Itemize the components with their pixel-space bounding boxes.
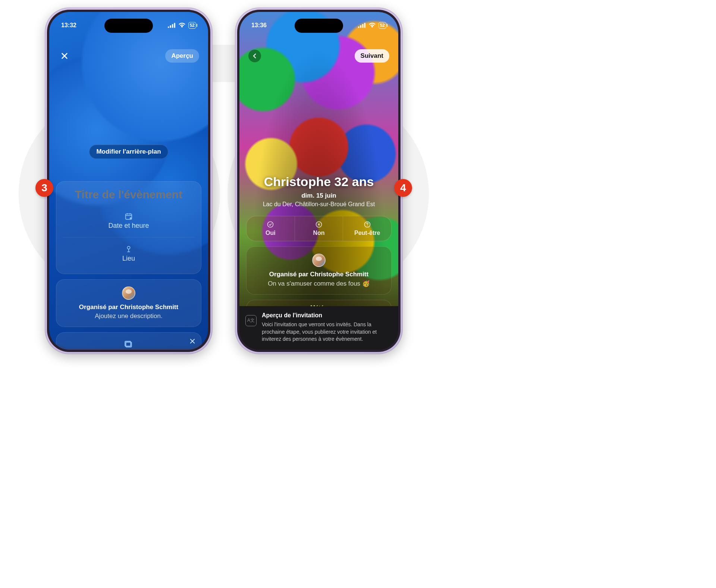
pin-icon bbox=[125, 245, 133, 253]
close-button[interactable] bbox=[58, 50, 71, 62]
nav-row: Suivant bbox=[246, 49, 392, 63]
close-icon bbox=[189, 338, 196, 345]
status-time: 13:32 bbox=[61, 22, 76, 29]
step-badge-4: 4 bbox=[394, 179, 412, 197]
event-title-input[interactable] bbox=[62, 188, 195, 201]
close-icon bbox=[60, 52, 69, 60]
rsvp-yes-label: Oui bbox=[266, 230, 276, 236]
cellular-icon bbox=[167, 21, 176, 29]
calendar-icon bbox=[125, 212, 133, 220]
info-panel: A文 Aperçu de l'invitation Voici l'invita… bbox=[239, 306, 398, 350]
phone-1-wrap: 3 13:32 52 bbox=[45, 7, 213, 368]
event-date: dim. 15 juin bbox=[246, 192, 392, 199]
avatar bbox=[312, 254, 326, 267]
next-button[interactable]: Suivant bbox=[355, 49, 389, 63]
description-prompt: Ajoutez une description. bbox=[62, 312, 195, 320]
event-description: On va s'amuser comme des fous 🥳 bbox=[252, 280, 385, 287]
preview-button[interactable]: Aperçu bbox=[165, 49, 199, 63]
rsvp-maybe-button[interactable]: Peut-être bbox=[343, 216, 391, 241]
screen2-content: Suivant Christophe 32 ans dim. 15 juin L… bbox=[239, 12, 398, 350]
svg-point-5 bbox=[268, 222, 273, 227]
check-circle-icon bbox=[267, 221, 274, 228]
nav-row: Aperçu bbox=[56, 49, 201, 63]
x-circle-icon bbox=[315, 221, 323, 228]
phone-1-screen: 13:32 52 Aperçu Modifier l'arrière-p bbox=[49, 12, 208, 350]
rsvp-row: Oui Non Peut-être bbox=[246, 216, 392, 241]
translate-icon: A文 bbox=[245, 315, 257, 326]
location-label: Lieu bbox=[122, 255, 135, 262]
back-button[interactable] bbox=[248, 50, 261, 62]
phone-2-screen: 13:36 52 Suivant Christophe 32 ans bbox=[239, 12, 398, 350]
battery-icon: 52 bbox=[188, 22, 196, 29]
dynamic-island bbox=[295, 19, 343, 33]
photos-icon bbox=[124, 339, 134, 349]
screen1-content: Aperçu Modifier l'arrière-plan Date et h… bbox=[49, 12, 208, 350]
cellular-icon bbox=[358, 21, 366, 29]
rsvp-no-button[interactable]: Non bbox=[295, 216, 343, 241]
event-title: Christophe 32 ans bbox=[246, 174, 392, 189]
chevron-left-icon bbox=[251, 53, 258, 59]
svg-point-8 bbox=[367, 226, 368, 226]
dismiss-album-button[interactable] bbox=[189, 338, 196, 346]
datetime-button[interactable]: Date et heure bbox=[62, 208, 195, 234]
svg-point-2 bbox=[127, 246, 130, 249]
phone-2-frame: 13:36 52 Suivant Christophe 32 ans bbox=[235, 7, 403, 354]
event-details-card: Date et heure Lieu bbox=[56, 181, 201, 274]
avatar bbox=[122, 286, 135, 300]
rsvp-no-label: Non bbox=[313, 230, 324, 236]
info-body: Voici l'invitation que verront vos invit… bbox=[262, 321, 392, 343]
phone-1-frame: 13:32 52 Aperçu Modifier l'arrière-p bbox=[45, 7, 213, 354]
wifi-icon bbox=[178, 21, 186, 29]
status-icons: 52 bbox=[358, 21, 386, 29]
status-icons: 52 bbox=[167, 21, 196, 29]
shared-album-card[interactable]: Album partagé Créez un album photo pour … bbox=[56, 332, 201, 350]
organizer-card: Organisé par Christophe Schmitt On va s'… bbox=[246, 246, 392, 295]
datetime-label: Date et heure bbox=[108, 222, 149, 230]
organizer-name: Organisé par Christophe Schmitt bbox=[62, 304, 195, 311]
dynamic-island bbox=[104, 19, 153, 33]
question-circle-icon bbox=[364, 221, 371, 228]
modify-background-button[interactable]: Modifier l'arrière-plan bbox=[89, 145, 168, 159]
info-title: Aperçu de l'invitation bbox=[262, 311, 392, 320]
location-button[interactable]: Lieu bbox=[62, 237, 195, 267]
status-time: 13:36 bbox=[251, 22, 267, 29]
stage: 3 13:32 52 bbox=[0, 0, 448, 368]
event-location: Lac du Der, Châtillon-sur-Broué Grand Es… bbox=[246, 201, 392, 208]
rsvp-maybe-label: Peut-être bbox=[354, 230, 380, 236]
organizer-card[interactable]: Organisé par Christophe Schmitt Ajoutez … bbox=[56, 279, 201, 327]
wifi-icon bbox=[368, 21, 376, 29]
svg-point-1 bbox=[130, 217, 132, 220]
step-badge-3: 3 bbox=[35, 179, 53, 197]
battery-icon: 52 bbox=[379, 22, 386, 29]
rsvp-yes-button[interactable]: Oui bbox=[246, 216, 295, 241]
phone-2-wrap: 4 13:36 52 bbox=[235, 7, 403, 368]
organizer-name: Organisé par Christophe Schmitt bbox=[252, 271, 385, 278]
